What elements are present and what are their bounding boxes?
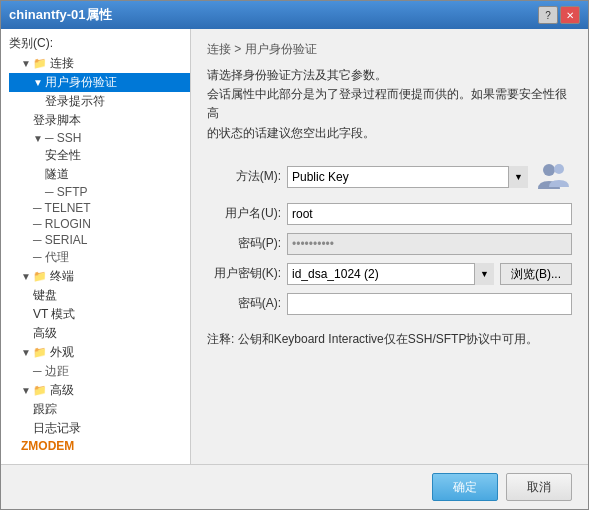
description: 请选择身份验证方法及其它参数。 会话属性中此部分是为了登录过程而便提而供的。如果…: [207, 66, 572, 143]
sidebar-item-rlogin[interactable]: ─ RLOGIN: [9, 216, 190, 232]
username-label: 用户名(U):: [207, 205, 287, 222]
sidebar-item-ssh[interactable]: ▼ ─ SSH: [9, 130, 190, 146]
zhong-duan-folder: 📁: [33, 270, 47, 283]
gao-ji-folder: 📁: [33, 384, 47, 397]
main-panel: 连接 > 用户身份验证 请选择身份验证方法及其它参数。 会话属性中此部分是为了登…: [191, 29, 588, 464]
sidebar-label-vt-mo-shi: VT 模式: [33, 306, 75, 323]
sidebar-item-dai-li[interactable]: ─ 代理: [9, 248, 190, 267]
sidebar-item-gao-ji-zhong-duan[interactable]: 高级: [9, 324, 190, 343]
sidebar-label-bian-ju: ─ 边距: [33, 363, 69, 380]
sidebar-label-jian-pan: 键盘: [33, 287, 57, 304]
folder-icon: 📁: [33, 57, 47, 70]
sidebar-item-vt-mo-shi[interactable]: VT 模式: [9, 305, 190, 324]
expand-icon: ▼: [21, 58, 31, 69]
method-select-wrap: Public Key ▼: [287, 166, 528, 188]
sidebar-item-wai-guan[interactable]: ▼ 📁 外观: [9, 343, 190, 362]
sidebar-item-zmodem[interactable]: ZMODEM: [9, 438, 190, 454]
sidebar-item-ri-zhi-ji-lu[interactable]: 日志记录: [9, 419, 190, 438]
sidebar-item-gao-ji-wai-guan[interactable]: ▼ 📁 高级: [9, 381, 190, 400]
breadcrumb: 连接 > 用户身份验证: [207, 41, 572, 58]
sidebar-label-lian-jie: 连接: [50, 55, 74, 72]
method-select[interactable]: Public Key: [287, 166, 528, 188]
sidebar-item-an-quan-xing[interactable]: 安全性: [9, 146, 190, 165]
expand-icon2: ▼: [33, 77, 43, 88]
title-bar-buttons: ? ✕: [538, 6, 580, 24]
user-key-label: 用户密钥(K):: [207, 265, 287, 282]
close-button[interactable]: ✕: [560, 6, 580, 24]
user-key-select-wrap: id_dsa_1024 (2) ▼: [287, 263, 494, 285]
user-key-select[interactable]: id_dsa_1024 (2): [287, 263, 494, 285]
sidebar-label-sui-dao: 隧道: [45, 166, 69, 183]
sidebar-label-zmodem: ZMODEM: [21, 439, 74, 453]
sidebar-label-wai-guan: 外观: [50, 344, 74, 361]
wai-guan-expand: ▼: [21, 347, 31, 358]
sidebar-label-serial: ─ SERIAL: [33, 233, 88, 247]
sidebar-item-serial[interactable]: ─ SERIAL: [9, 232, 190, 248]
sidebar-label-sftp: ─ SFTP: [45, 185, 88, 199]
sidebar-label-gao-ji-wai-guan: 高级: [50, 382, 74, 399]
sidebar-label-gen-zong: 跟踪: [33, 401, 57, 418]
sidebar-item-deng-lu-ti-shi[interactable]: 登录提示符: [9, 92, 190, 111]
sidebar-item-jian-pan[interactable]: 键盘: [9, 286, 190, 305]
sidebar-item-telnet[interactable]: ─ TELNET: [9, 200, 190, 216]
category-label: 类别(C):: [1, 33, 190, 54]
sidebar-item-deng-lu-jiao-ben[interactable]: 登录脚本: [9, 111, 190, 130]
sidebar-item-yong-hu-shen-fen[interactable]: ▼ 用户身份验证: [9, 73, 190, 92]
sidebar-label-deng-lu-jiao-ben: 登录脚本: [33, 112, 81, 129]
sidebar-label-an-quan-xing: 安全性: [45, 147, 81, 164]
passphrase-row: 密码(A):: [207, 293, 572, 315]
note: 注释: 公钥和Keyboard Interactive仅在SSH/SFTP协议中…: [207, 331, 572, 348]
svg-point-1: [554, 164, 564, 174]
password-label: 密码(P):: [207, 235, 287, 252]
method-row: 方法(M): Public Key ▼: [207, 159, 572, 195]
sidebar-label-gao-ji-zhong-duan: 高级: [33, 325, 57, 342]
window-title: chinantfy-01属性: [9, 6, 112, 24]
password-row: 密码(P):: [207, 233, 572, 255]
sidebar: 类别(C): ▼ 📁 连接 ▼ 用户身份验证 登录提示符: [1, 29, 191, 464]
browse-button[interactable]: 浏览(B)...: [500, 263, 572, 285]
help-button[interactable]: ?: [538, 6, 558, 24]
wai-guan-folder: 📁: [33, 346, 47, 359]
passphrase-label: 密码(A):: [207, 295, 287, 312]
ssh-expand-icon: ▼: [33, 133, 43, 144]
user-key-row: 用户密钥(K): id_dsa_1024 (2) ▼ 浏览(B)...: [207, 263, 572, 285]
username-row: 用户名(U):: [207, 203, 572, 225]
sidebar-label-rlogin: ─ RLOGIN: [33, 217, 91, 231]
sidebar-label-deng-lu-ti-shi: 登录提示符: [45, 93, 105, 110]
sidebar-item-zhong-duan[interactable]: ▼ 📁 终端: [9, 267, 190, 286]
content-area: 类别(C): ▼ 📁 连接 ▼ 用户身份验证 登录提示符: [1, 29, 588, 464]
svg-point-0: [543, 164, 555, 176]
sidebar-label-ssh: ─ SSH: [45, 131, 82, 145]
sidebar-item-gen-zong[interactable]: 跟踪: [9, 400, 190, 419]
cancel-button[interactable]: 取消: [506, 473, 572, 501]
passphrase-input[interactable]: [287, 293, 572, 315]
footer: 确定 取消: [1, 464, 588, 509]
password-input[interactable]: [287, 233, 572, 255]
sidebar-label-telnet: ─ TELNET: [33, 201, 91, 215]
username-input[interactable]: [287, 203, 572, 225]
tree-root: ▼ 📁 连接 ▼ 用户身份验证 登录提示符 登录脚本: [1, 54, 190, 454]
method-label: 方法(M):: [207, 168, 287, 185]
title-bar: chinantfy-01属性 ? ✕: [1, 1, 588, 29]
sidebar-label-zhong-duan: 终端: [50, 268, 74, 285]
sidebar-item-bian-ju[interactable]: ─ 边距: [9, 362, 190, 381]
avatar: [536, 159, 572, 195]
ok-button[interactable]: 确定: [432, 473, 498, 501]
gao-ji-expand: ▼: [21, 385, 31, 396]
zhong-duan-expand: ▼: [21, 271, 31, 282]
sidebar-item-sftp[interactable]: ─ SFTP: [9, 184, 190, 200]
sidebar-label-ri-zhi-ji-lu: 日志记录: [33, 420, 81, 437]
sidebar-item-lian-jie[interactable]: ▼ 📁 连接: [9, 54, 190, 73]
main-window: chinantfy-01属性 ? ✕ 类别(C): ▼ 📁 连接 ▼ 用户身份验…: [0, 0, 589, 510]
sidebar-label-dai-li: ─ 代理: [33, 249, 69, 266]
sidebar-label-yong-hu-shen-fen: 用户身份验证: [45, 74, 117, 91]
sidebar-item-sui-dao[interactable]: 隧道: [9, 165, 190, 184]
